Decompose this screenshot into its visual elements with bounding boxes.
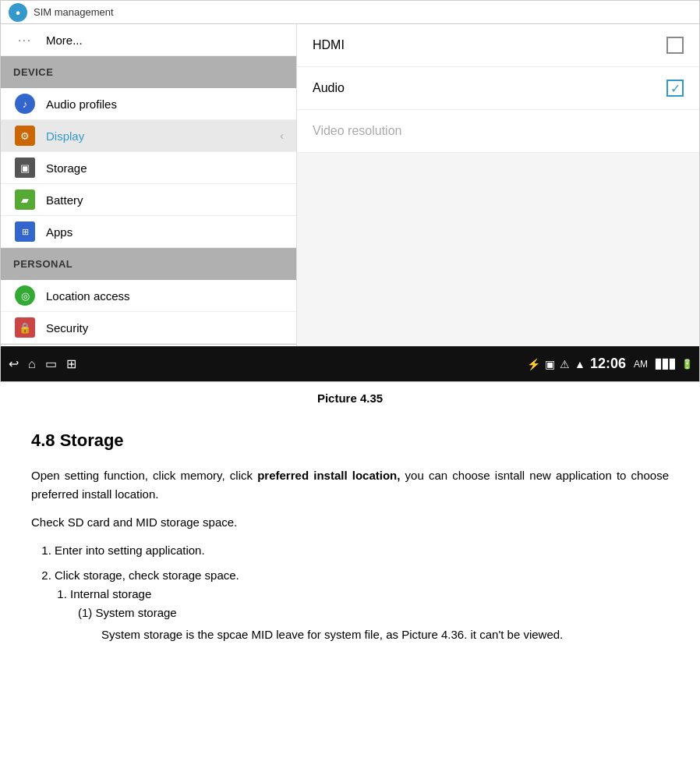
- storage-icon: ▣: [13, 156, 37, 179]
- sidebar-section-personal: PERSONAL: [1, 248, 296, 280]
- sidebar-label-storage: Storage: [46, 161, 87, 175]
- check-sd-paragraph: Check SD card and MID storage space.: [31, 513, 669, 532]
- battery-icon: ▰: [13, 188, 37, 211]
- status-right-icons: ⚡ ▣ ⚠ ▲ 12:06 AM ▊▊▊ 🔋: [527, 356, 693, 372]
- sidebar-item-apps[interactable]: ⊞ Apps: [1, 216, 296, 248]
- sidebar-item-audio[interactable]: ♪ Audio profiles: [1, 88, 296, 120]
- sidebar-label-security: Security: [46, 321, 88, 335]
- step-2-sub-1: Internal storage (1) System storage Syst…: [70, 585, 669, 644]
- sim-icon: ●: [9, 3, 27, 22]
- audio-icon: ♪: [13, 92, 37, 115]
- device-screen: ● SIM management ··· More... DEVICE: [0, 0, 700, 382]
- sidebar-item-battery[interactable]: ▰ Battery: [1, 184, 296, 216]
- status-time: 12:06: [590, 356, 626, 372]
- security-icon: 🔒: [13, 316, 37, 339]
- top-bar-title: SIM management: [34, 6, 114, 18]
- apps-icon: ⊞: [13, 220, 37, 243]
- chevron-icon: ‹: [280, 129, 284, 142]
- sidebar-label-apps: Apps: [46, 225, 72, 239]
- home-nav-icon[interactable]: ⌂: [28, 357, 36, 371]
- main-content: ··· More... DEVICE ♪ Audio profiles: [1, 24, 699, 346]
- system-storage-text: System storage is the spcae MID leave fo…: [101, 625, 669, 644]
- hdmi-label: HDMI: [313, 38, 666, 52]
- step-2-text: Click storage, check storage space.: [55, 568, 239, 582]
- signal-icon: ▊▊▊: [656, 359, 677, 370]
- step-2-substeps: Internal storage (1) System storage Syst…: [70, 585, 669, 644]
- sidebar-item-storage[interactable]: ▣ Storage: [1, 152, 296, 184]
- step-1-text: Enter into setting application.: [55, 544, 205, 557]
- step-2: Click storage, check storage space. Inte…: [55, 566, 669, 644]
- warning-icon: ⚠: [560, 358, 570, 370]
- status-ampm: AM: [634, 359, 648, 370]
- battery-status-icon: 🔋: [681, 359, 693, 370]
- sidebar-label-display: Display: [46, 129, 84, 143]
- sidebar-label-location: Location access: [46, 289, 130, 303]
- sidebar-item-more[interactable]: ··· More...: [1, 24, 296, 56]
- screenshot-container: ● SIM management ··· More... DEVICE: [0, 0, 700, 675]
- sidebar-section-device: DEVICE: [1, 56, 296, 88]
- sidebar-item-location[interactable]: ◎ Location access: [1, 280, 296, 312]
- content-item-hdmi[interactable]: HDMI: [297, 24, 699, 67]
- intro-paragraph: Open setting function, click memory, cli…: [31, 466, 669, 504]
- picture-caption: Picture 4.35: [0, 382, 700, 419]
- hdmi-checkbox[interactable]: [666, 37, 684, 54]
- step-2-sub-1-text: Internal storage: [70, 587, 151, 600]
- content-area: HDMI Audio ✓ Video resolution: [297, 24, 699, 346]
- sidebar: ··· More... DEVICE ♪ Audio profiles: [1, 24, 297, 382]
- video-resolution-label: Video resolution: [313, 124, 684, 138]
- section-label-device: DEVICE: [13, 66, 53, 78]
- top-bar: ● SIM management: [1, 1, 699, 24]
- audio-checkbox[interactable]: ✓: [666, 80, 684, 97]
- usb-icon: ⚡: [527, 358, 540, 370]
- sidebar-item-display[interactable]: ⚙ Display ‹: [1, 120, 296, 152]
- recents-nav-icon[interactable]: ▭: [45, 356, 57, 371]
- nav-icons: ↩ ⌂ ▭ ⊞: [9, 356, 76, 371]
- intro-text-before: Open setting function, click memory, cli…: [31, 469, 257, 482]
- section-label-personal: PERSONAL: [13, 258, 72, 270]
- status-bar: ↩ ⌂ ▭ ⊞ ⚡ ▣ ⚠ ▲ 12:06 AM ▊▊▊ 🔋: [1, 346, 700, 381]
- content-item-video-resolution: Video resolution: [297, 110, 699, 153]
- display-icon: ⚙: [13, 124, 37, 147]
- steps-list: Enter into setting application. Click st…: [55, 541, 669, 644]
- audio-check-label: Audio: [313, 81, 666, 95]
- back-nav-icon[interactable]: ↩: [9, 356, 19, 371]
- system-storage-label: (1) System storage: [78, 604, 669, 622]
- location-icon: ◎: [13, 284, 37, 307]
- sidebar-label-audio: Audio profiles: [46, 97, 117, 111]
- sidebar-label-more: More...: [46, 34, 83, 47]
- step-2-sub-1-sub: (1) System storage System storage is the…: [78, 604, 669, 644]
- alert-icon: ▲: [574, 358, 585, 370]
- sidebar-label-battery: Battery: [46, 193, 83, 207]
- grid-nav-icon[interactable]: ⊞: [66, 356, 76, 371]
- screen-icon: ▣: [545, 358, 555, 370]
- content-item-audio-check[interactable]: Audio ✓: [297, 67, 699, 110]
- more-icon: ···: [13, 28, 37, 51]
- sidebar-item-security[interactable]: 🔒 Security: [1, 312, 296, 344]
- step-2-sub-1-sub-1: (1) System storage System storage is the…: [78, 604, 669, 644]
- caption-text: Picture 4.35: [317, 391, 383, 405]
- intro-bold: preferred install location,: [257, 469, 400, 482]
- step-1: Enter into setting application.: [55, 541, 669, 560]
- document-content: 4.8 Storage Open setting function, click…: [0, 419, 700, 675]
- section-heading: 4.8 Storage: [31, 427, 669, 454]
